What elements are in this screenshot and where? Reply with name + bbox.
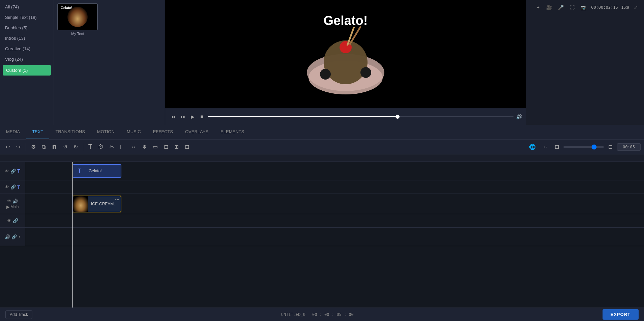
track-visibility-icon-main[interactable]: 👁 <box>7 199 11 204</box>
left-panel-item-all[interactable]: All (74) <box>0 2 54 12</box>
separator-1 <box>26 143 26 151</box>
tab-motion[interactable]: MOTION <box>91 125 121 139</box>
preview-canvas: Gelato! <box>228 7 464 101</box>
text-button[interactable]: T <box>86 142 94 152</box>
track-row-audio: 🔊 🔗 ♪ <box>0 228 644 246</box>
track-visibility-icon-1[interactable]: 👁 <box>5 169 9 174</box>
left-panel-item-vlog[interactable]: Vlog (24) <box>0 54 54 64</box>
preview-area: Gelato! ⏮ ⏭ ▶ ⏹ 🔊 <box>165 0 526 125</box>
text-clip-gelato[interactable]: T Gelato! <box>72 164 121 178</box>
fullscreen-button[interactable]: ⛶ <box>568 3 576 11</box>
globe-button[interactable]: 🌐 <box>527 142 538 152</box>
project-name: UNTITLED_0 <box>281 312 305 317</box>
scissors-button[interactable]: ✂ <box>107 142 116 152</box>
crop2-button[interactable]: ⊡ <box>162 142 171 152</box>
undo-button[interactable]: ↩ <box>3 142 12 152</box>
left-panel-item-simple-text[interactable]: Simple Text (18) <box>0 12 54 23</box>
copy-button[interactable]: ⧉ <box>39 142 48 152</box>
expand-button[interactable]: ⤢ <box>633 3 639 11</box>
zoom-out-button[interactable]: ↔ <box>540 142 550 152</box>
editor-area: ↩ ↪ ⚙ ⧉ 🗑 ↺ ↻ T ⏱ ✂ ⊢ ↔ ❄ ▭ ⊡ ⊞ ⊟ 🌐 ↔ ⊡ … <box>0 140 644 308</box>
frames-button[interactable]: ⊞ <box>172 142 181 152</box>
split-button[interactable]: ⊢ <box>118 142 127 152</box>
tab-overlays[interactable]: OVERLAYS <box>179 125 214 139</box>
tab-text[interactable]: TEXT <box>26 125 49 139</box>
track-content-4 <box>25 214 644 227</box>
track-visibility-icon-2[interactable]: 👁 <box>5 184 9 189</box>
track-audio-icon-main[interactable]: 🔊 <box>12 199 18 204</box>
tab-music[interactable]: MUSIC <box>121 125 147 139</box>
track-controls-main: 👁 🔊 ▶ Main <box>0 194 25 214</box>
media-item-label: My Text <box>57 32 98 36</box>
magic-wand-button[interactable]: ✦ <box>535 3 541 11</box>
tab-effects[interactable]: EFFECTS <box>147 125 179 139</box>
track-row-text1: 👁 🔗 T T Gelato! <box>0 162 644 180</box>
redo2-button[interactable]: ↻ <box>71 142 80 152</box>
track-controls-2: 👁 🔗 T <box>0 180 25 194</box>
left-panel-items: All (74)Simple Text (18)Bubbles (5)Intro… <box>0 0 54 125</box>
track-link-icon-2[interactable]: 🔗 <box>10 184 16 189</box>
track-link-icon-5[interactable]: 🔗 <box>11 234 17 239</box>
track-link-icon-1[interactable]: 🔗 <box>10 169 16 174</box>
timeline: 00:00:02 00:00:0000:00:0500:00:1000:00:1… <box>0 154 644 308</box>
camera-record-button[interactable]: 🎥 <box>545 3 553 11</box>
time-input[interactable] <box>617 143 641 151</box>
left-panel: All (74)Simple Text (18)Bubbles (5)Intro… <box>0 0 54 125</box>
video-clip-ice-cream[interactable]: ICE-CREAM-24... ••• <box>72 196 121 212</box>
stop-button[interactable]: ⏹ <box>199 113 205 120</box>
timer-button[interactable]: ⏱ <box>96 142 106 152</box>
track-controls-4: 👁 🔗 <box>0 214 25 227</box>
toolbar-right: 🌐 ↔ ⊡ ⊟ <box>527 142 641 152</box>
grid-button[interactable]: ⊟ <box>182 142 192 152</box>
track-type-icon-2: T <box>17 184 20 190</box>
track-visibility-icon-4[interactable]: 👁 <box>7 218 11 223</box>
tabs-bar: MEDIATEXTTRANSITIONSMOTIONMUSICEFFECTSOV… <box>0 125 644 140</box>
left-panel-item-intros[interactable]: Intros (13) <box>0 33 54 43</box>
tab-media[interactable]: MEDIA <box>0 125 26 139</box>
right-toolbar-row1: ✦ 🎥 🎤 ⛶ 📷 00:00:02:15 16:9 ⤢ <box>535 3 639 11</box>
add-track-button[interactable]: Add Track <box>5 310 32 319</box>
freeze-button[interactable]: ❄ <box>140 142 149 152</box>
left-panel-item-creative[interactable]: Creative (14) <box>0 43 54 54</box>
top-area: All (74)Simple Text (18)Bubbles (5)Intro… <box>0 0 644 125</box>
left-panel-item-custom[interactable]: Custom (1) <box>3 65 51 76</box>
zoom-slider[interactable] <box>563 146 604 148</box>
track-volume-icon-5[interactable]: 🔊 <box>5 234 10 239</box>
settings-button[interactable]: ⚙ <box>29 142 38 152</box>
track-content-2 <box>25 180 644 194</box>
track-row-text2: 👁 🔗 T <box>0 180 644 194</box>
reset-button[interactable]: ↺ <box>61 142 70 152</box>
clip-text-icon: T <box>73 165 86 177</box>
step-back-button[interactable]: ⏭ <box>179 113 187 121</box>
progress-bar[interactable] <box>208 116 514 117</box>
move-button[interactable]: ↔ <box>128 142 139 152</box>
video-thumb-visual <box>73 196 88 212</box>
track-link-icon-4[interactable]: 🔗 <box>13 218 18 223</box>
preview-title: Gelato! <box>324 13 368 28</box>
track-row-main: 👁 🔊 ▶ Main ICE-CREAM-24... ••• <box>0 194 644 214</box>
clip-menu-button[interactable]: ••• <box>115 198 119 202</box>
preview-video: Gelato! <box>165 0 526 108</box>
track-content-main: ICE-CREAM-24... ••• <box>25 194 644 214</box>
tab-transitions[interactable]: TRANSITIONS <box>49 125 91 139</box>
thumbnail-title: Gelato! <box>61 6 72 10</box>
volume-button[interactable]: 🔊 <box>516 114 522 119</box>
track-video-icon-main[interactable]: ▶ <box>6 204 10 209</box>
screenshot-button[interactable]: 📷 <box>579 3 588 11</box>
play-button[interactable]: ▶ <box>189 113 196 121</box>
media-item-my-text[interactable]: Gelato! My Text <box>57 3 98 36</box>
progress-dot <box>396 115 400 119</box>
zoom-fit-button[interactable]: ⊡ <box>552 142 561 152</box>
export-button[interactable]: EXPORT <box>603 309 639 320</box>
text-box-button[interactable]: ▭ <box>150 142 160 152</box>
delete-button[interactable]: 🗑 <box>49 142 59 152</box>
track-music-icon-5: ♪ <box>18 234 21 239</box>
preview-controls: ⏮ ⏭ ▶ ⏹ 🔊 <box>165 108 526 125</box>
left-panel-item-bubbles[interactable]: Bubbles (5) <box>0 23 54 33</box>
microphone-button[interactable]: 🎤 <box>557 3 565 11</box>
zoom-in-button[interactable]: ⊟ <box>606 142 615 152</box>
project-time: 00 : 00 : 05 : 00 <box>312 312 354 317</box>
tab-elements[interactable]: ELEMENTS <box>214 125 250 139</box>
skip-back-button[interactable]: ⏮ <box>169 113 177 121</box>
redo-button[interactable]: ↪ <box>14 142 23 152</box>
